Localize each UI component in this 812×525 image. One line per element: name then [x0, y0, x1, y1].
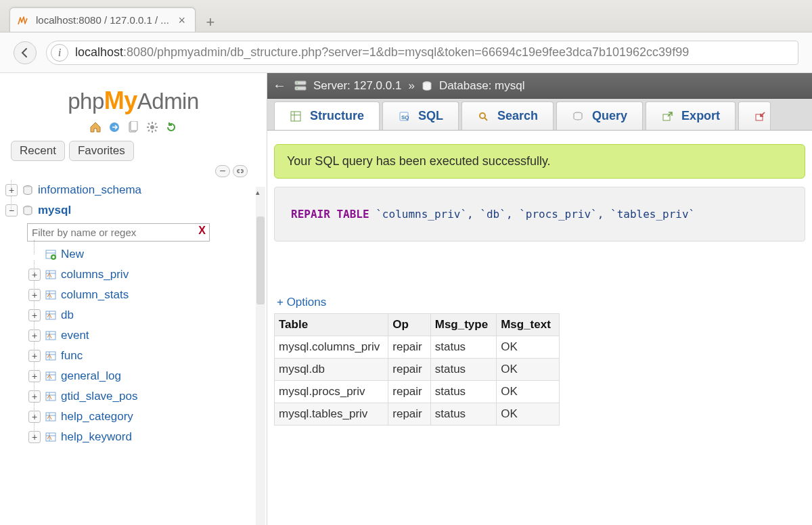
tree-table-item: + column_stats: [27, 285, 267, 305]
table-row: mysql.columns_priv repair status OK: [275, 336, 560, 359]
expand-icon[interactable]: +: [28, 289, 41, 301]
success-message: Your SQL query has been executed success…: [274, 144, 805, 179]
breadcrumb-server[interactable]: Server: 127.0.0.1: [313, 79, 401, 93]
favorites-tab[interactable]: Favorites: [69, 141, 134, 161]
db-name[interactable]: mysql: [38, 204, 71, 217]
svg-text:SQL: SQL: [401, 114, 409, 120]
col-msg-type[interactable]: Msg_type: [430, 314, 496, 336]
content-area: Your SQL query has been executed success…: [267, 131, 812, 525]
table-icon: [45, 329, 57, 342]
cell-table: mysql.procs_priv: [275, 381, 388, 403]
home-icon[interactable]: [89, 120, 102, 134]
sql-keyword: REPAIR TABLE: [291, 208, 369, 221]
svg-line-8: [148, 123, 150, 124]
col-msg-text[interactable]: Msg_text: [497, 314, 560, 336]
recent-tab[interactable]: Recent: [11, 141, 65, 161]
navigation-panel: phpMyAdmin Recent Favorites − +: [0, 73, 267, 525]
url-bar[interactable]: i localhost:8080/phpmyadmin/db_structure…: [46, 41, 798, 65]
database-icon: [22, 184, 34, 196]
expand-icon[interactable]: +: [28, 329, 41, 342]
expand-icon[interactable]: +: [28, 411, 41, 423]
db-tree: + information_schema − mysql X: [0, 180, 267, 525]
tree-table-item: + help_keyword: [27, 427, 267, 447]
logout-icon[interactable]: [108, 120, 121, 134]
expand-icon[interactable]: +: [28, 390, 41, 403]
tab-import[interactable]: [738, 101, 771, 130]
options-toggle[interactable]: + Options: [274, 296, 326, 312]
info-icon[interactable]: i: [51, 44, 68, 62]
close-icon[interactable]: ×: [176, 14, 188, 26]
breadcrumb-database[interactable]: Database: mysql: [439, 79, 525, 93]
collapse-icon[interactable]: −: [5, 204, 18, 216]
scrollbar-thumb[interactable]: [256, 216, 265, 304]
table-icon: [45, 269, 57, 281]
expand-icon[interactable]: +: [28, 350, 41, 362]
table-name[interactable]: column_stats: [61, 288, 129, 302]
reload-icon[interactable]: [164, 120, 178, 134]
docs-icon[interactable]: [127, 120, 140, 134]
table-filter-input[interactable]: [27, 223, 210, 242]
breadcrumb-back-button[interactable]: ←: [271, 78, 288, 94]
tab-sql[interactable]: SQL SQL: [382, 101, 459, 130]
table-name[interactable]: event: [61, 329, 89, 342]
browser-toolbar: i localhost:8080/phpmyadmin/db_structure…: [0, 32, 812, 73]
svg-point-54: [480, 113, 485, 118]
tree-new-item: New: [27, 244, 267, 265]
db-name[interactable]: information_schema: [38, 183, 141, 197]
expand-icon[interactable]: +: [28, 269, 41, 281]
new-icon: [45, 248, 57, 260]
tab-export[interactable]: Export: [646, 101, 736, 130]
gear-icon[interactable]: [145, 120, 159, 134]
sidebar-scrollbar[interactable]: ▴: [256, 187, 265, 525]
tab-search[interactable]: Search: [461, 101, 554, 130]
collapse-all-button[interactable]: −: [215, 165, 230, 177]
new-tab-button[interactable]: +: [201, 13, 220, 32]
back-button[interactable]: [14, 41, 37, 64]
svg-rect-26: [46, 332, 55, 340]
cell-msg-type: status: [430, 359, 496, 381]
cell-msg-type: status: [430, 403, 496, 426]
table-filter-row: X: [4, 221, 267, 244]
table-name[interactable]: columns_priv: [61, 268, 129, 281]
executed-sql: REPAIR TABLE `columns_priv`, `db`, `proc…: [274, 187, 805, 242]
browser-tab-title: localhost:8080 / 127.0.0.1 / ...: [36, 14, 169, 26]
link-icon[interactable]: [233, 165, 248, 177]
database-icon: [422, 81, 432, 91]
table-name[interactable]: general_log: [61, 369, 121, 383]
table-name[interactable]: help_keyword: [61, 430, 132, 444]
table-name[interactable]: func: [61, 349, 83, 363]
svg-rect-23: [46, 311, 55, 319]
browser-tab-strip: localhost:8080 / 127.0.0.1 / ... × +: [0, 0, 812, 32]
clear-filter-button[interactable]: X: [198, 225, 206, 237]
svg-rect-41: [46, 433, 55, 441]
cell-table: mysql.columns_priv: [275, 336, 388, 359]
table-row: mysql.tables_priv repair status OK: [275, 403, 560, 426]
expand-icon[interactable]: +: [28, 309, 41, 321]
table-icon: [45, 411, 57, 423]
svg-rect-29: [46, 352, 55, 360]
expand-icon[interactable]: +: [28, 370, 41, 382]
col-op[interactable]: Op: [388, 314, 430, 336]
svg-line-11: [148, 130, 150, 131]
tab-query[interactable]: Query: [556, 101, 643, 130]
table-name[interactable]: help_category: [61, 410, 133, 424]
recent-favorites-tabs: Recent Favorites: [7, 141, 260, 161]
browser-tab[interactable]: localhost:8080 / 127.0.0.1 / ... ×: [9, 7, 196, 32]
table-name[interactable]: db: [61, 309, 74, 322]
col-table[interactable]: Table: [275, 314, 388, 336]
cell-msg-type: status: [430, 336, 496, 359]
svg-rect-49: [291, 112, 300, 121]
expand-icon[interactable]: +: [28, 431, 41, 443]
table-name[interactable]: gtid_slave_pos: [61, 390, 137, 403]
server-icon: [294, 81, 307, 91]
expand-icon[interactable]: +: [5, 184, 18, 196]
table-row: mysql.db repair status OK: [275, 359, 560, 381]
tab-structure[interactable]: Structure: [274, 101, 380, 130]
structure-icon: [290, 110, 302, 122]
new-label[interactable]: New: [61, 248, 84, 261]
svg-line-9: [155, 130, 156, 131]
svg-line-55: [484, 118, 487, 120]
import-icon: [754, 110, 766, 122]
breadcrumb: ← Server: 127.0.0.1 » Database: mysql: [267, 73, 812, 99]
scroll-up-icon[interactable]: ▴: [256, 188, 260, 197]
